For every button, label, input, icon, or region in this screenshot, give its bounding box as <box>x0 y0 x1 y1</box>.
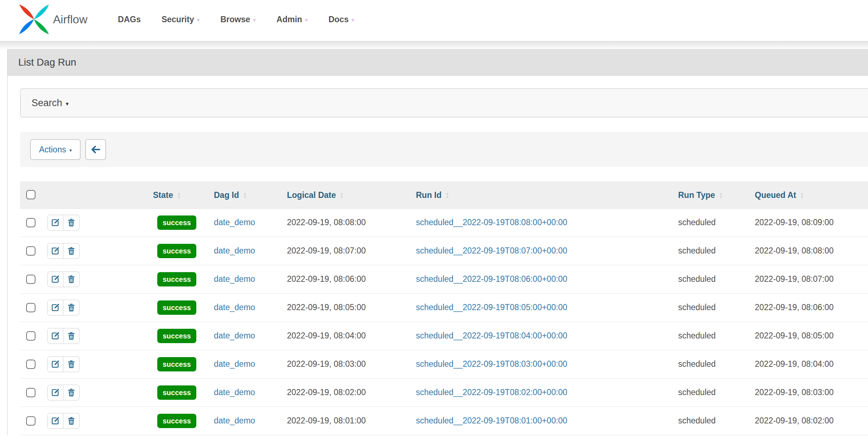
airflow-logo[interactable]: Airflow <box>18 3 87 36</box>
dag-id-link[interactable]: date_demo <box>214 416 255 425</box>
logical-date-cell: 2022-09-19, 08:04:00 <box>287 331 366 340</box>
row-action-buttons <box>47 215 80 231</box>
select-row-checkbox[interactable] <box>26 416 35 426</box>
nav-menu: DAGs Security ▾ Browse ▾ Admin ▾ Docs ▾ <box>107 15 365 24</box>
edit-button[interactable] <box>47 385 63 400</box>
select-row-checkbox[interactable] <box>26 360 35 369</box>
state-badge: success <box>157 414 196 428</box>
delete-button[interactable] <box>63 356 80 372</box>
airflow-pinwheel-icon <box>18 3 51 36</box>
select-row-checkbox[interactable] <box>26 246 35 256</box>
dag-id-link[interactable]: date_demo <box>214 303 255 312</box>
delete-button[interactable] <box>63 215 80 231</box>
navbar: Airflow DAGs Security ▾ Browse ▾ Admin ▾… <box>0 0 868 41</box>
run-id-link[interactable]: scheduled__2022-09-19T08:02:00+00:00 <box>416 388 567 397</box>
nav-item-label: Security <box>162 15 194 24</box>
trash-icon <box>67 388 76 397</box>
column-header-dag-id[interactable]: Dag Id↕ <box>208 181 281 208</box>
edit-button[interactable] <box>47 243 63 259</box>
dag-id-link[interactable]: date_demo <box>214 246 255 255</box>
run-id-link[interactable]: scheduled__2022-09-19T08:04:00+00:00 <box>416 331 567 340</box>
dag-id-link[interactable]: date_demo <box>214 331 255 340</box>
column-header-run-id[interactable]: Run Id↕ <box>410 181 672 208</box>
select-all-checkbox[interactable] <box>26 190 35 199</box>
caret-down-icon: ▾ <box>197 15 200 23</box>
brand-title: Airflow <box>53 13 87 26</box>
search-dropdown[interactable]: Search ▾ <box>20 88 868 118</box>
select-row-checkbox[interactable] <box>26 388 35 397</box>
run-id-link[interactable]: scheduled__2022-09-19T08:03:00+00:00 <box>416 359 567 369</box>
state-badge: success <box>157 357 196 371</box>
nav-item-admin[interactable]: Admin ▾ <box>266 15 318 24</box>
row-actions-header <box>39 181 147 208</box>
queued-at-cell: 2022-09-19, 08:04:00 <box>755 359 834 369</box>
table-header-row: State↕ Dag Id↕ Logical Date↕ Run Id↕ Run… <box>20 181 868 208</box>
delete-button[interactable] <box>63 271 80 287</box>
edit-icon <box>51 388 60 397</box>
run-type-cell: scheduled <box>678 303 716 312</box>
logical-date-cell: 2022-09-19, 08:05:00 <box>287 303 366 312</box>
caret-down-icon: ▾ <box>253 15 256 23</box>
logical-date-cell: 2022-09-19, 08:06:00 <box>287 274 366 284</box>
nav-item-label: Docs <box>329 15 349 24</box>
nav-item-label: Browse <box>220 15 250 24</box>
delete-button[interactable] <box>63 243 80 259</box>
trash-icon <box>67 246 76 256</box>
dag-id-link[interactable]: date_demo <box>214 388 255 397</box>
trash-icon <box>67 359 76 369</box>
edit-button[interactable] <box>47 413 63 429</box>
dag-id-link[interactable]: date_demo <box>214 218 255 227</box>
column-header-run-type[interactable]: Run Type↕ <box>672 181 749 208</box>
delete-button[interactable] <box>63 328 80 344</box>
edit-icon <box>51 416 60 426</box>
delete-button[interactable] <box>63 385 80 400</box>
edit-icon <box>51 218 60 227</box>
trash-icon <box>67 303 76 312</box>
column-header-queued-at[interactable]: Queued At↕ <box>749 181 868 208</box>
delete-button[interactable] <box>63 413 80 429</box>
column-header-label: Logical Date <box>287 190 336 200</box>
run-id-link[interactable]: scheduled__2022-09-19T08:07:00+00:00 <box>416 246 567 255</box>
select-all-header <box>20 181 39 208</box>
select-row-checkbox[interactable] <box>26 331 35 341</box>
edit-button[interactable] <box>47 356 63 372</box>
caret-down-icon: ▾ <box>66 99 69 107</box>
table-row: success date_demo 2022-09-19, 08:02:00 s… <box>20 378 868 407</box>
column-header-logical-date[interactable]: Logical Date↕ <box>281 181 410 208</box>
actions-button[interactable]: Actions ▾ <box>30 139 81 160</box>
trash-icon <box>67 331 76 341</box>
list-dag-run-panel: List Dag Run Search ▾ Actions ▾ <box>7 49 868 435</box>
edit-button[interactable] <box>47 300 63 316</box>
nav-item-dags[interactable]: DAGs <box>107 15 151 24</box>
run-id-link[interactable]: scheduled__2022-09-19T08:01:00+00:00 <box>416 416 567 425</box>
select-row-checkbox[interactable] <box>26 303 35 312</box>
nav-item-browse[interactable]: Browse ▾ <box>210 15 266 24</box>
select-row-checkbox[interactable] <box>26 275 35 284</box>
run-type-cell: scheduled <box>678 331 716 340</box>
run-id-link[interactable]: scheduled__2022-09-19T08:08:00+00:00 <box>416 218 567 227</box>
edit-button[interactable] <box>47 328 63 344</box>
dag-id-link[interactable]: date_demo <box>214 274 255 284</box>
panel-header: List Dag Run <box>8 49 868 76</box>
row-action-buttons <box>47 356 80 372</box>
arrow-left-icon <box>90 144 101 155</box>
row-action-buttons <box>47 300 80 316</box>
navbar-shadow-divider <box>0 41 868 49</box>
run-id-link[interactable]: scheduled__2022-09-19T08:06:00+00:00 <box>416 274 567 284</box>
back-button[interactable] <box>85 139 106 160</box>
select-row-checkbox[interactable] <box>26 218 35 227</box>
run-type-cell: scheduled <box>678 218 716 227</box>
edit-icon <box>51 274 60 284</box>
sort-icon: ↕ <box>340 190 344 200</box>
column-header-state[interactable]: State↕ <box>147 181 208 208</box>
queued-at-cell: 2022-09-19, 08:03:00 <box>755 388 834 397</box>
actions-button-label: Actions <box>39 145 66 155</box>
run-id-link[interactable]: scheduled__2022-09-19T08:05:00+00:00 <box>416 303 567 312</box>
edit-icon <box>51 359 60 369</box>
nav-item-docs[interactable]: Docs ▾ <box>318 15 365 24</box>
edit-button[interactable] <box>47 215 63 231</box>
dag-id-link[interactable]: date_demo <box>214 359 255 369</box>
edit-button[interactable] <box>47 271 63 287</box>
nav-item-security[interactable]: Security ▾ <box>151 15 210 24</box>
delete-button[interactable] <box>63 300 80 316</box>
